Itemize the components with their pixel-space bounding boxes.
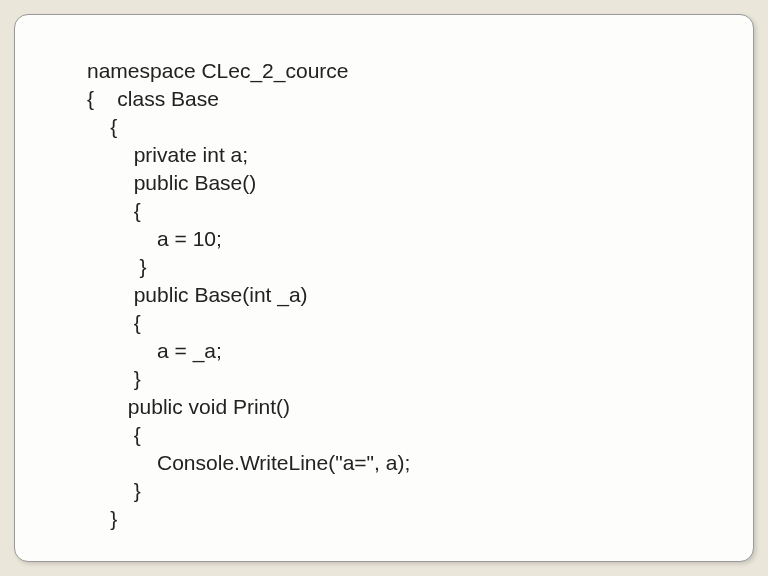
code-line: private int a; xyxy=(87,143,248,166)
code-line: { xyxy=(87,115,117,138)
code-line: a = _a; xyxy=(87,339,222,362)
slide-frame: namespace CLec_2_cource { class Base { p… xyxy=(14,14,754,562)
code-line: { xyxy=(87,199,141,222)
code-line: public void Print() xyxy=(87,395,290,418)
code-line: { xyxy=(87,423,141,446)
code-line: } xyxy=(87,479,141,502)
code-line: a = 10; xyxy=(87,227,222,250)
code-line: public Base() xyxy=(87,171,256,194)
code-line: namespace CLec_2_cource xyxy=(87,59,349,82)
code-line: } xyxy=(87,255,147,278)
code-line: { class Base xyxy=(87,87,219,110)
code-line: Console.WriteLine("a=", a); xyxy=(87,451,410,474)
code-line: { xyxy=(87,311,141,334)
code-line: } xyxy=(87,367,141,390)
code-line: } xyxy=(87,507,117,530)
code-line: public Base(int _a) xyxy=(87,283,308,306)
code-block: namespace CLec_2_cource { class Base { p… xyxy=(87,29,735,562)
